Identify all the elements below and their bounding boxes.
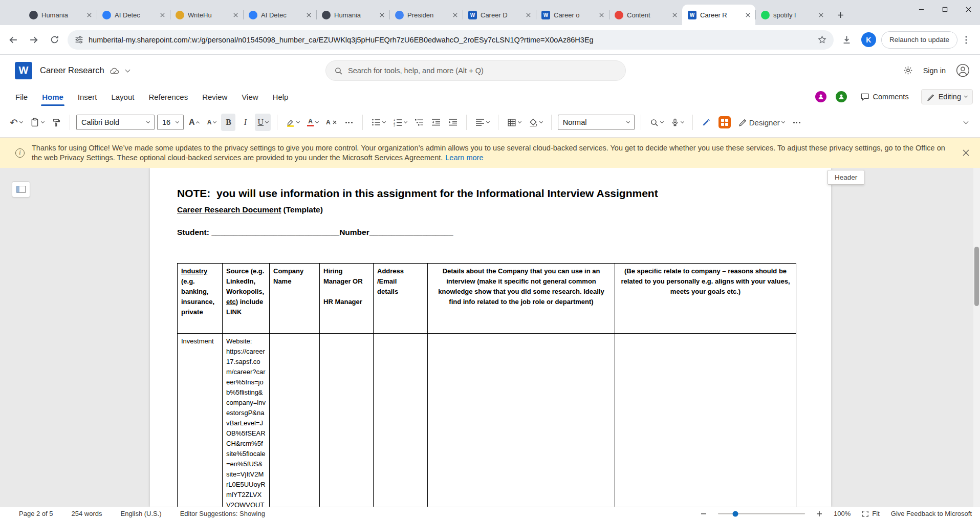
alignment-button[interactable] bbox=[473, 114, 492, 131]
table-cell[interactable] bbox=[270, 334, 320, 507]
table-cell[interactable]: Investment bbox=[178, 334, 223, 507]
browser-tab[interactable]: AI Detec bbox=[243, 5, 316, 25]
tab-close-icon[interactable] bbox=[231, 11, 240, 19]
editor-suggestions-indicator[interactable]: Editor Suggestions: Showing bbox=[180, 510, 265, 517]
bullet-list-button[interactable] bbox=[369, 114, 388, 131]
presence-avatar-1[interactable] bbox=[814, 90, 827, 103]
language-indicator[interactable]: English (U.S.) bbox=[120, 510, 161, 517]
find-button[interactable] bbox=[647, 114, 666, 131]
relaunch-button[interactable]: Relaunch to update bbox=[881, 31, 957, 49]
italic-button[interactable]: I bbox=[238, 114, 252, 131]
more-ribbon-options-icon[interactable] bbox=[790, 114, 804, 131]
window-close-button[interactable] bbox=[956, 0, 980, 18]
table-cell[interactable]: Website: https://career17.sapsf.com/care… bbox=[223, 334, 270, 507]
more-font-options-icon[interactable] bbox=[342, 114, 356, 131]
browser-tab[interactable]: Presiden bbox=[389, 5, 463, 25]
tab-close-icon[interactable] bbox=[670, 11, 679, 19]
insert-table-button[interactable] bbox=[505, 114, 524, 131]
presence-avatar-2[interactable] bbox=[835, 90, 848, 103]
browser-menu-icon[interactable] bbox=[960, 31, 973, 49]
search-bar[interactable]: Search for tools, help, and more (Alt + … bbox=[325, 60, 626, 81]
shading-button[interactable] bbox=[526, 114, 545, 131]
addins-grid-icon[interactable] bbox=[716, 114, 733, 131]
menu-item-view[interactable]: View bbox=[234, 86, 265, 107]
scrollbar-thumb[interactable] bbox=[974, 247, 979, 306]
font-color-button[interactable]: A bbox=[304, 114, 321, 131]
numbered-list-button[interactable]: 123 bbox=[390, 114, 409, 131]
menu-item-home[interactable]: Home bbox=[35, 86, 71, 107]
zoom-slider[interactable] bbox=[718, 513, 805, 514]
table-cell[interactable] bbox=[374, 334, 428, 507]
banner-close-icon[interactable] bbox=[961, 148, 971, 158]
header-indicator-chip[interactable]: Header bbox=[827, 170, 864, 185]
browser-tab[interactable]: WCareer o bbox=[536, 5, 609, 25]
comments-button[interactable]: Comments bbox=[855, 89, 914, 104]
table-cell[interactable] bbox=[428, 334, 615, 507]
clear-formatting-button[interactable]: A bbox=[323, 114, 339, 131]
menu-item-file[interactable]: File bbox=[8, 86, 35, 107]
menu-item-insert[interactable]: Insert bbox=[71, 86, 104, 107]
document-page[interactable]: NOTE: you will use information in this a… bbox=[150, 168, 831, 507]
tab-close-icon[interactable] bbox=[85, 11, 94, 19]
feedback-link[interactable]: Give Feedback to Microsoft bbox=[891, 510, 972, 517]
styles-combo[interactable]: Normal bbox=[558, 115, 635, 130]
font-name-combo[interactable]: Calibri Bold bbox=[76, 115, 155, 130]
collapse-ribbon-icon[interactable] bbox=[959, 114, 973, 131]
zoom-in-icon[interactable] bbox=[816, 511, 822, 517]
tab-close-icon[interactable] bbox=[524, 11, 533, 19]
navigation-pane-toggle[interactable] bbox=[12, 181, 30, 198]
tab-close-icon[interactable] bbox=[597, 11, 606, 19]
multilevel-list-button[interactable] bbox=[412, 114, 426, 131]
browser-tab[interactable]: spotify l bbox=[755, 5, 829, 25]
settings-gear-icon[interactable] bbox=[903, 66, 913, 75]
zoom-slider-thumb[interactable] bbox=[733, 511, 738, 516]
undo-button[interactable]: ↶ bbox=[7, 114, 25, 131]
editing-mode-button[interactable]: Editing bbox=[921, 89, 973, 104]
window-minimize-button[interactable] bbox=[909, 0, 933, 18]
browser-tab[interactable]: Humania bbox=[24, 5, 97, 25]
browser-tab[interactable]: Content bbox=[609, 5, 682, 25]
bold-button[interactable]: B bbox=[221, 114, 235, 131]
zoom-level[interactable]: 100% bbox=[834, 510, 851, 517]
fit-button[interactable]: Fit bbox=[862, 510, 879, 517]
sign-in-link[interactable]: Sign in bbox=[923, 67, 946, 75]
menu-item-layout[interactable]: Layout bbox=[104, 86, 141, 107]
paste-button[interactable] bbox=[28, 114, 47, 131]
window-maximize-button[interactable] bbox=[933, 0, 956, 18]
shrink-font-button[interactable]: A bbox=[204, 114, 219, 131]
table-cell[interactable] bbox=[615, 334, 796, 507]
underline-button[interactable]: U bbox=[255, 114, 271, 131]
browser-tab[interactable]: WCareer D bbox=[463, 5, 536, 25]
browser-tab[interactable]: WCareer R bbox=[682, 5, 755, 25]
word-count[interactable]: 254 words bbox=[72, 510, 102, 517]
format-painter-icon[interactable] bbox=[49, 114, 63, 131]
highlight-color-button[interactable] bbox=[284, 114, 302, 131]
tab-close-icon[interactable] bbox=[158, 11, 167, 19]
browser-tab[interactable]: Humania bbox=[316, 5, 389, 25]
table-cell[interactable] bbox=[320, 334, 374, 507]
menu-item-review[interactable]: Review bbox=[195, 86, 234, 107]
bookmark-star-icon[interactable] bbox=[818, 35, 826, 44]
tab-close-icon[interactable] bbox=[451, 11, 460, 19]
increase-indent-button[interactable] bbox=[446, 114, 460, 131]
decrease-indent-button[interactable] bbox=[429, 114, 443, 131]
tab-close-icon[interactable] bbox=[744, 11, 752, 19]
learn-more-link[interactable]: Learn more bbox=[445, 154, 483, 162]
browser-tab[interactable]: WriteHu bbox=[170, 5, 243, 25]
downloads-icon[interactable] bbox=[838, 31, 856, 49]
tab-close-icon[interactable] bbox=[304, 11, 313, 19]
new-tab-button[interactable] bbox=[833, 7, 848, 23]
vertical-scrollbar[interactable] bbox=[973, 168, 980, 507]
page-indicator[interactable]: Page 2 of 5 bbox=[19, 510, 53, 517]
font-size-combo[interactable]: 16 bbox=[157, 115, 184, 130]
dictate-mic-button[interactable] bbox=[668, 114, 686, 131]
save-status-icon[interactable] bbox=[110, 67, 120, 75]
forward-button[interactable] bbox=[25, 31, 43, 49]
tab-close-icon[interactable] bbox=[378, 11, 386, 19]
reload-button[interactable] bbox=[45, 31, 63, 49]
back-button[interactable] bbox=[4, 31, 23, 49]
browser-profile-avatar[interactable]: K bbox=[861, 32, 876, 47]
title-chevron-icon[interactable] bbox=[125, 67, 130, 72]
word-logo[interactable]: W bbox=[15, 62, 32, 79]
designer-button[interactable]: Designer bbox=[736, 114, 787, 131]
